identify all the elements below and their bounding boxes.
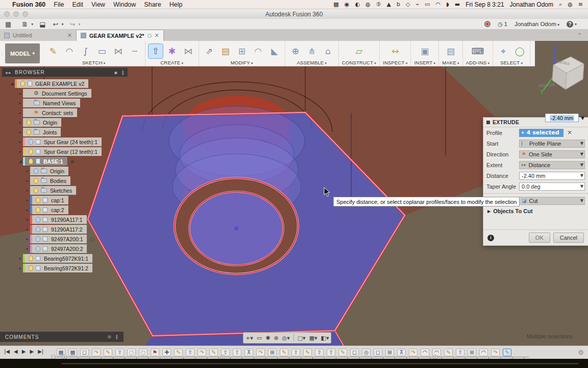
make-3d-print-icon[interactable]: ▤ [444, 44, 458, 58]
timeline-op-icon[interactable]: ⇧ [456, 349, 464, 356]
tab-gear-example-v2[interactable]: GEAR EXAMPLE v2*✕ [77, 30, 164, 41]
dialog-info-icon[interactable]: i [487, 235, 494, 241]
timeline-op-sketch-20[interactable]: ✎ [278, 347, 290, 356]
statusbar-drive-icon[interactable]: ▲ [386, 1, 390, 8]
menu-window[interactable]: Window [113, 1, 136, 8]
browser-item-chip[interactable]: ⚑Contact: sets [23, 108, 77, 117]
item-badge-icon[interactable]: ◉ [70, 158, 75, 164]
timeline-op-icon[interactable]: ◌ [127, 349, 136, 356]
browser-item-bearing5972k91-2[interactable]: ▸Bearing5972K91:2 [2, 264, 128, 272]
browser-header[interactable]: ◂◂ BROWSER ▪ ‖ [2, 68, 128, 77]
browser-item-chip[interactable]: Origin [23, 118, 61, 127]
ribbon-group-label-create[interactable]: CREATE [160, 60, 183, 65]
browser-item-chip[interactable]: Spur Gear (12 teeth):1 [23, 147, 102, 156]
timeline-op-joint-31[interactable]: ↷ [407, 347, 419, 356]
statusbar-airplay-icon[interactable]: ▭ [425, 1, 430, 8]
timeline-op-box-26[interactable]: ◻ [349, 347, 360, 356]
expander-icon[interactable]: ▸ [17, 257, 23, 261]
create-sketch-icon[interactable]: ✎ [46, 44, 60, 58]
record-button[interactable] [484, 21, 491, 27]
visibility-bulb-icon[interactable] [36, 236, 40, 242]
expander-icon[interactable]: ▸ [24, 218, 30, 222]
select-lasso-icon[interactable]: ◯ [512, 44, 527, 58]
ribbon-group-label-modify[interactable]: MODIFY [231, 60, 253, 65]
visibility-bulb-icon[interactable] [36, 207, 40, 213]
dropdown-caret-icon[interactable]: ▼ [578, 198, 583, 203]
profile-selected-chip[interactable]: ➤4 selected [519, 129, 564, 137]
browser-item-91290a117-1[interactable]: ▸91290A117:1 [2, 215, 128, 224]
timeline-op-sketch-14[interactable]: ✎ [208, 347, 219, 356]
app-grid-icon[interactable]: ▦ [5, 20, 11, 28]
as-built-joint-icon[interactable]: ⌂ [321, 44, 335, 58]
timeline-op-extrude-24[interactable]: ⇧ [325, 347, 337, 356]
browser-item-chip[interactable]: cap:2 [30, 205, 68, 214]
tab-close-icon[interactable]: ✕ [67, 32, 72, 39]
scripts-addins-icon[interactable]: ⌨ [471, 44, 485, 58]
timeline-op-joint-13[interactable]: ↷ [196, 347, 208, 356]
browser-item-cap-1[interactable]: ▸cap:1 [2, 196, 128, 204]
browser-item-chip[interactable]: Bearing5972K91:2 [23, 264, 92, 272]
zoom-icon[interactable]: ⊕ [274, 335, 278, 341]
timeline-op-icon[interactable]: ↷ [198, 349, 206, 356]
timeline-op-icon[interactable]: ◌ [139, 349, 148, 356]
ribbon-group-label-select[interactable]: SELECT [500, 60, 523, 65]
browser-item-contact-sets[interactable]: ▸⚑Contact: sets [2, 108, 128, 117]
browser-item-chip[interactable]: Origin [30, 167, 68, 175]
timeline-op-icon[interactable]: ↷ [92, 349, 101, 356]
timeline-op-icon[interactable]: ⇧ [327, 349, 335, 356]
expander-icon[interactable]: ▸ [17, 266, 23, 270]
ribbon-group-label-sketch[interactable]: SKETCH [82, 60, 106, 65]
timeline-op-icon[interactable]: ✎ [209, 349, 218, 356]
timeline-op-box-3[interactable]: ◻ [79, 347, 90, 356]
browser-item-chip[interactable]: Spur Gear (24 teeth):1 [23, 137, 102, 146]
browser-item-origin[interactable]: ▸Origin [2, 118, 128, 127]
browser-item-chip[interactable]: ⚙Document Settings [23, 89, 91, 98]
collapse-toolbar-chevron[interactable]: ⌃ [577, 32, 582, 39]
mirror-feature-icon[interactable]: ⋈ [181, 44, 195, 58]
ribbon-group-label-inspect[interactable]: INSPECT [383, 60, 407, 65]
timeline-op-icon[interactable]: ⊼ [244, 349, 253, 356]
expander-icon[interactable]: ▸ [24, 227, 30, 232]
measure-icon[interactable]: ↔ [388, 44, 402, 58]
menubar-clock[interactable]: Fri Sep 8 3:21 [465, 1, 504, 8]
menu-edit[interactable]: Edit [72, 1, 83, 8]
timeline-op-icon[interactable]: ✎ [280, 349, 288, 356]
timeline-op-pin-9[interactable]: ⚑ [149, 347, 161, 356]
timeline-op-icon[interactable]: ✎ [303, 349, 312, 356]
visibility-bulb-icon[interactable] [36, 226, 40, 232]
dropdown-caret-icon[interactable]: ▼ [578, 163, 583, 167]
timeline-op-sketch-5[interactable]: ✎ [102, 347, 114, 356]
timeline-op-icon[interactable]: ✎ [104, 349, 112, 356]
timeline-op-icon[interactable]: ↷ [256, 349, 265, 356]
timeline-op-fillet-32[interactable]: ◠ [419, 347, 431, 356]
menu-help[interactable]: Help [169, 1, 183, 8]
viewcube[interactable]: Z Y FRONT BOTTOM [539, 43, 587, 95]
zoom-window-icon[interactable]: ◎▾ [282, 335, 290, 341]
timeline-op-extrude-6[interactable]: ⇧ [114, 347, 126, 356]
statusbar-b-app-icon[interactable]: b [397, 1, 400, 8]
orbit-icon[interactable]: ✱ [265, 335, 270, 341]
combine-icon[interactable]: ⊞ [235, 44, 249, 58]
menu-share[interactable]: Share [144, 1, 161, 8]
expander-icon[interactable]: ▸ [24, 169, 30, 173]
timeline-op-icon[interactable]: ⇧ [233, 349, 241, 356]
visibility-bulb-icon[interactable] [36, 217, 40, 222]
visibility-bulb-icon[interactable] [36, 197, 40, 203]
timeline-op-icon[interactable]: ✚ [162, 349, 171, 356]
timeline-op-fillet-37[interactable]: ◠ [478, 347, 489, 356]
timeline-op-icon[interactable]: ✎ [444, 349, 453, 356]
timeline-op-joint-18[interactable]: ↷ [255, 347, 266, 356]
browser-item-base-1[interactable]: ◢BASE:1◉ [2, 157, 128, 166]
timeline-op-icon[interactable]: ↷ [409, 349, 418, 356]
version-history-button[interactable]: ◷1 [498, 21, 507, 28]
timeline-op-fillet-33[interactable]: ◠ [431, 347, 443, 356]
timeline-op-icon[interactable]: ✎ [174, 349, 183, 356]
browser-item-chip[interactable]: GEAR EXAMPLE v2 [15, 79, 88, 88]
fillet-sketch-icon[interactable]: ◠ [62, 44, 77, 58]
browser-item-chip[interactable]: cap:1 [30, 196, 68, 204]
timeline-op-sketch-11[interactable]: ✎ [173, 347, 184, 356]
viewports-icon[interactable]: ◧▾ [321, 335, 329, 341]
visibility-bulb-icon[interactable] [27, 120, 31, 125]
browser-item-92497a200-1[interactable]: ▸92497A200:1○ [2, 235, 128, 243]
browser-item-chip[interactable]: 91290A117:1 [30, 215, 87, 224]
